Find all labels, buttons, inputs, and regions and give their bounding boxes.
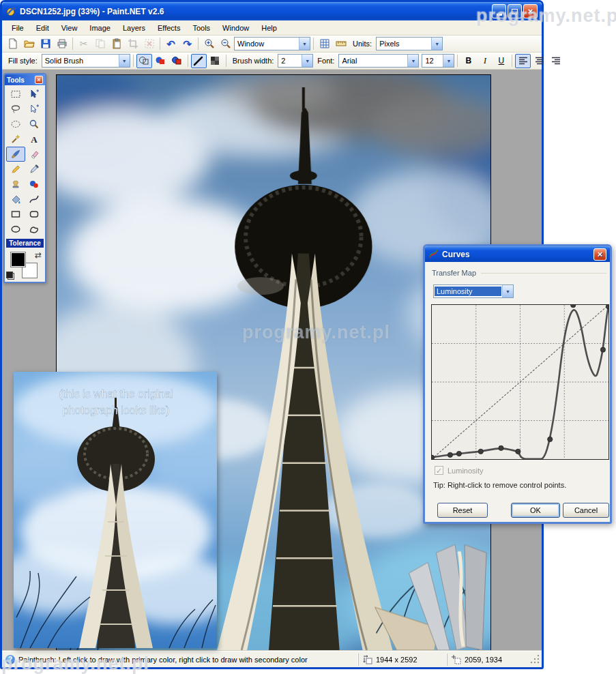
menu-file[interactable]: File — [5, 22, 30, 34]
align-left-button[interactable] — [515, 54, 531, 68]
ruler-icon — [336, 38, 347, 49]
tool-line-curve-button[interactable] — [25, 192, 44, 207]
curve-plot — [432, 305, 608, 459]
zoom-out-button[interactable] — [218, 37, 233, 51]
units-dropdown[interactable]: Pixels ▼ — [376, 37, 443, 50]
tool-color-picker-button[interactable] — [25, 162, 44, 177]
tool-ellipse-select-button[interactable] — [6, 117, 25, 132]
reset-colors-icon[interactable] — [8, 273, 14, 280]
brush-width-dropdown[interactable]: 2 ▼ — [278, 54, 313, 68]
tool-eraser-button[interactable] — [25, 147, 44, 162]
tool-recolor-button[interactable] — [25, 177, 44, 192]
menu-window[interactable]: Window — [216, 22, 255, 34]
undo-icon: ↶ — [166, 39, 175, 49]
tool-text-button[interactable]: A — [25, 132, 44, 147]
luminosity-checkbox[interactable]: ✓ — [435, 466, 443, 475]
tool-paintbrush-button[interactable] — [6, 147, 25, 162]
cut-button[interactable]: ✂ — [76, 37, 91, 51]
curves-close-button[interactable]: × — [593, 248, 606, 261]
ruler-button[interactable] — [333, 37, 349, 51]
minimize-button[interactable] — [492, 4, 506, 18]
new-button[interactable] — [5, 37, 20, 51]
svg-text:A: A — [31, 134, 38, 145]
copy-button[interactable] — [92, 37, 108, 51]
draw-filled-button[interactable] — [153, 54, 168, 68]
close-button[interactable]: × — [523, 4, 538, 18]
tool-move-button[interactable] — [25, 87, 44, 102]
menu-edit[interactable]: Edit — [30, 22, 55, 34]
tool-pencil-button[interactable] — [6, 162, 25, 177]
transfer-map-group-label: Transfer Map — [432, 269, 606, 277]
inset-caption-line2: photograph looks like) — [63, 405, 170, 416]
tool-clone-stamp-button[interactable] — [6, 177, 25, 192]
draw-outline-button[interactable] — [136, 54, 152, 68]
grid-button[interactable] — [317, 37, 332, 51]
fill-style-dropdown[interactable]: Solid Brush ▼ — [42, 54, 130, 68]
tool-ellipse-button[interactable] — [6, 222, 25, 237]
magnifier-icon — [29, 119, 40, 130]
tool-magic-wand-button[interactable] — [6, 132, 25, 147]
menu-effects[interactable]: Effects — [151, 22, 186, 34]
align-left-icon — [518, 57, 528, 65]
primary-color-swatch[interactable] — [10, 252, 26, 267]
maximize-button[interactable] — [508, 4, 522, 18]
paste-button[interactable] — [108, 37, 124, 51]
draw-filled-outline-button[interactable] — [169, 54, 185, 68]
transfer-map-dropdown[interactable]: Luminosity ▼ — [433, 284, 514, 298]
align-center-button[interactable] — [531, 54, 547, 68]
font-name-dropdown[interactable]: Arial ▼ — [338, 54, 419, 68]
menu-layers[interactable]: Layers — [117, 22, 151, 34]
title-bar[interactable]: DSCN1252.jpg (33%) - Paint.NET v2.6 × — [2, 2, 542, 20]
magic-wand-icon — [10, 134, 21, 145]
zoom-in-button[interactable] — [201, 37, 217, 51]
toolbar-separator — [188, 55, 188, 67]
curves-dialog-titlebar[interactable]: Curves × — [425, 246, 610, 262]
print-icon — [57, 38, 68, 49]
tool-rectangle-button[interactable] — [6, 207, 25, 222]
shape-filled-icon — [155, 55, 166, 66]
underline-button[interactable]: U — [493, 54, 509, 68]
swap-colors-icon[interactable]: ⇄ — [35, 250, 42, 260]
freeform-shape-icon — [29, 224, 40, 235]
tool-zoom-button[interactable] — [25, 117, 44, 132]
resize-grip[interactable] — [530, 654, 540, 664]
tool-freeform-shape-button[interactable] — [25, 222, 44, 237]
cancel-button[interactable]: Cancel — [563, 503, 609, 518]
antialias-on-button[interactable] — [191, 54, 207, 68]
undo-button[interactable]: ↶ — [163, 37, 179, 51]
ok-button[interactable]: OK — [511, 503, 560, 518]
open-button[interactable] — [21, 37, 37, 51]
luminosity-checkbox-row: ✓ Luminosity — [435, 466, 484, 475]
text-tool-icon: A — [29, 134, 40, 145]
curves-dialog-icon — [428, 249, 439, 259]
tool-rounded-rectangle-button[interactable] — [25, 207, 44, 222]
tool-rectangle-select-button[interactable] — [6, 87, 25, 102]
tools-palette-titlebar[interactable]: Tools × — [5, 74, 45, 85]
app-icon — [6, 6, 16, 16]
tool-paint-bucket-button[interactable] — [6, 192, 25, 207]
font-size-dropdown[interactable]: 12 ▼ — [422, 54, 454, 68]
tool-lasso-select-button[interactable] — [6, 102, 25, 117]
crop-button[interactable] — [125, 37, 141, 51]
curves-graph[interactable] — [431, 304, 609, 460]
italic-button[interactable]: I — [477, 54, 493, 68]
reset-button[interactable]: Reset — [437, 503, 488, 518]
menu-tools[interactable]: Tools — [186, 22, 216, 34]
status-message-pane: ? Paintbrush: Left click to draw with pr… — [2, 655, 358, 664]
deselect-button[interactable] — [141, 37, 157, 51]
redo-button[interactable]: ↷ — [179, 37, 195, 51]
antialias-off-button[interactable] — [207, 54, 223, 68]
print-button[interactable] — [54, 37, 70, 51]
tool-move-selection-button[interactable] — [25, 102, 44, 117]
menu-image[interactable]: Image — [83, 22, 117, 34]
menu-help[interactable]: Help — [255, 22, 283, 34]
save-button[interactable] — [38, 37, 53, 51]
clone-stamp-icon — [10, 179, 21, 190]
align-right-button[interactable] — [548, 54, 563, 68]
tools-palette-close-button[interactable]: × — [35, 76, 43, 84]
menu-view[interactable]: View — [55, 22, 84, 34]
window-mode-dropdown[interactable]: Window ▼ — [234, 37, 310, 50]
recolor-icon — [29, 179, 40, 190]
bold-button[interactable]: B — [460, 54, 476, 68]
cursor-position-value: 2059, 1934 — [465, 656, 502, 664]
